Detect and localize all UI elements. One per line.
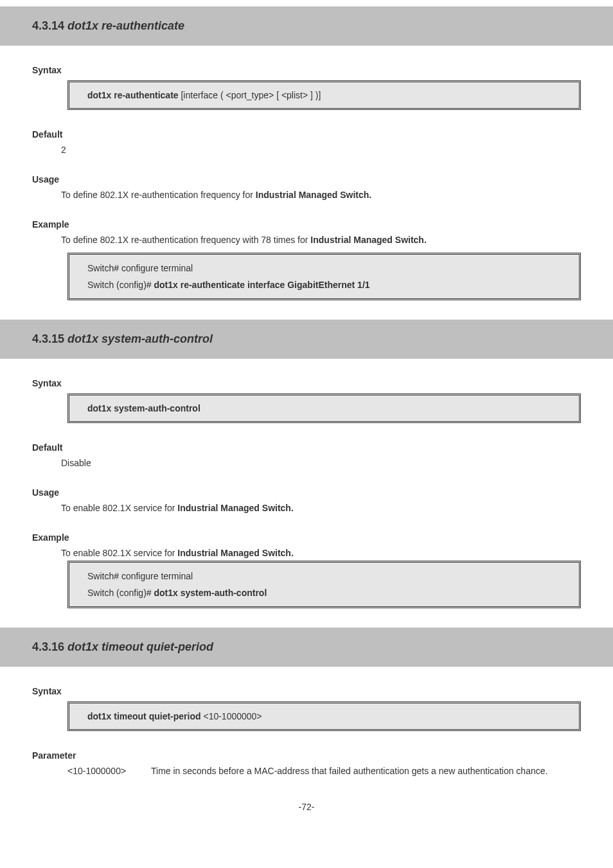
syntax-command: dot1x re-authenticate [87, 90, 179, 100]
default-label: Default [32, 442, 581, 453]
default-label: Default [32, 129, 581, 140]
page-number: -72- [32, 802, 581, 812]
section-header: 4.3.14 dot1x re-authenticate [0, 6, 613, 46]
syntax-label: Syntax [32, 65, 581, 75]
section-title: dot1x re-authenticate [67, 19, 184, 32]
code-line: Switch (config)# dot1x system-auth-contr… [87, 584, 561, 601]
parameter-row: <10-1000000> Time in seconds before a MA… [67, 766, 581, 776]
example-code-box: Switch# configure terminal Switch (confi… [67, 561, 581, 608]
syntax-command: dot1x timeout quiet-period [87, 711, 201, 721]
param-name: <10-1000000> [67, 766, 151, 776]
syntax-box: dot1x re-authenticate [interface ( <port… [67, 80, 581, 110]
syntax-interface: [interface ( <port_type> [ <plist> ] )] [181, 90, 321, 100]
param-desc: Time in seconds before a MAC-address tha… [151, 766, 581, 776]
syntax-box: dot1x system-auth-control [67, 393, 581, 423]
syntax-label: Syntax [32, 686, 581, 696]
syntax-param: <10-1000000> [203, 711, 262, 721]
usage-text: To enable 802.1X service for Industrial … [61, 503, 581, 513]
usage-text: To define 802.1X re-authentication frequ… [61, 190, 581, 200]
example-label: Example [32, 219, 581, 230]
syntax-command: dot1x system-auth-control [87, 403, 200, 413]
section-number: 4.3.15 [32, 332, 64, 345]
parameter-label: Parameter [32, 750, 581, 761]
section-header: 4.3.15 dot1x system-auth-control [0, 320, 613, 359]
syntax-box: dot1x timeout quiet-period <10-1000000> [67, 701, 581, 731]
default-value: Disable [61, 458, 581, 468]
usage-label: Usage [32, 487, 581, 498]
example-text: To define 802.1X re-authentication frequ… [61, 235, 581, 245]
section-number: 4.3.14 [32, 19, 64, 32]
section-title: dot1x system-auth-control [67, 332, 213, 345]
code-line: Switch (config)# dot1x re-authenticate i… [87, 276, 561, 293]
code-line: Switch# configure terminal [87, 568, 561, 584]
example-label: Example [32, 532, 581, 543]
syntax-label: Syntax [32, 378, 581, 388]
usage-label: Usage [32, 174, 581, 185]
example-text: To enable 802.1X service for Industrial … [61, 548, 581, 558]
section-number: 4.3.16 [32, 640, 64, 653]
section-header: 4.3.16 dot1x timeout quiet-period [0, 628, 613, 667]
code-line: Switch# configure terminal [87, 260, 561, 276]
default-value: 2 [61, 145, 581, 155]
section-title: dot1x timeout quiet-period [67, 640, 213, 653]
example-code-box: Switch# configure terminal Switch (confi… [67, 253, 581, 300]
